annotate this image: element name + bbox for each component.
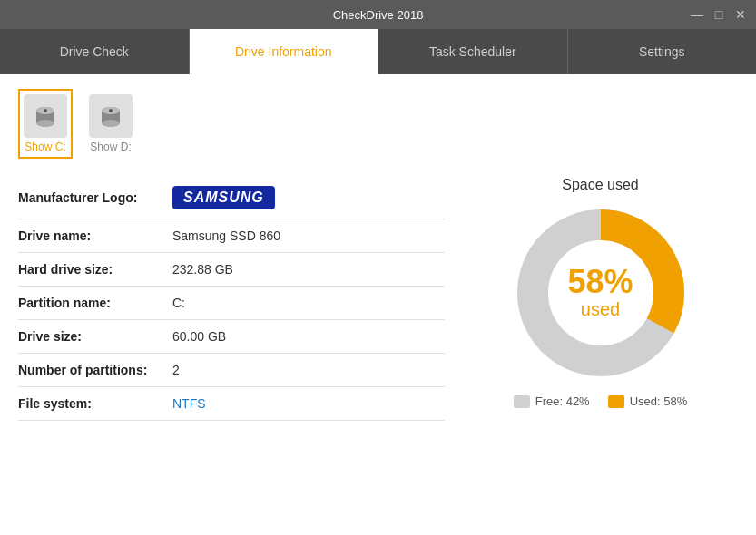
svg-point-4 bbox=[44, 109, 47, 112]
file-system-label: File system: bbox=[18, 396, 172, 411]
donut-center: 58% used bbox=[567, 266, 633, 320]
main-split: Manufacturer Logo: SAMSUNG Drive name: S… bbox=[18, 177, 738, 520]
hard-drive-size-label: Hard drive size: bbox=[18, 262, 172, 277]
partition-name-value: C: bbox=[172, 296, 185, 310]
window-controls: — □ ✕ bbox=[689, 8, 749, 21]
manufacturer-row: Manufacturer Logo: SAMSUNG bbox=[18, 177, 445, 219]
legend-free: Free: 42% bbox=[514, 394, 590, 408]
drive-size-row: Drive size: 60.00 GB bbox=[18, 320, 445, 354]
donut-used-label: used bbox=[567, 298, 633, 320]
close-button[interactable]: ✕ bbox=[732, 8, 749, 21]
svg-point-7 bbox=[102, 120, 120, 127]
drive-name-label: Drive name: bbox=[18, 229, 172, 243]
chart-panel: Space used 58% used bbox=[463, 177, 738, 520]
drive-c-icon bbox=[24, 94, 67, 138]
chart-title: Space used bbox=[562, 177, 639, 193]
legend-used-swatch bbox=[608, 395, 624, 408]
legend-used-label: Used: 58% bbox=[630, 394, 688, 408]
donut-percent: 58% bbox=[567, 266, 633, 298]
drive-d-icon bbox=[89, 94, 133, 138]
drive-selector: Show C: Show D: bbox=[18, 89, 738, 159]
drive-name-value: Samsung SSD 860 bbox=[172, 229, 280, 243]
info-panel: Manufacturer Logo: SAMSUNG Drive name: S… bbox=[18, 177, 463, 520]
drive-size-label: Drive size: bbox=[18, 329, 172, 344]
tab-drive-information[interactable]: Drive Information bbox=[190, 29, 379, 74]
chart-legend: Free: 42% Used: 58% bbox=[514, 394, 688, 408]
svg-point-2 bbox=[36, 120, 54, 127]
file-system-row: File system: NTFS bbox=[18, 387, 445, 421]
legend-free-swatch bbox=[514, 395, 530, 408]
legend-used: Used: 58% bbox=[608, 394, 688, 408]
donut-chart: 58% used bbox=[510, 202, 692, 384]
file-system-value: NTFS bbox=[172, 396, 206, 411]
tab-task-scheduler[interactable]: Task Scheduler bbox=[378, 29, 568, 74]
samsung-logo: SAMSUNG bbox=[172, 186, 275, 209]
hard-drive-size-row: Hard drive size: 232.88 GB bbox=[18, 253, 445, 287]
drive-c-label: Show C: bbox=[25, 141, 65, 153]
tab-bar: Drive Check Drive Information Task Sched… bbox=[0, 29, 756, 74]
drive-size-value: 60.00 GB bbox=[172, 329, 226, 344]
num-partitions-label: Number of partitions: bbox=[18, 363, 172, 377]
minimize-button[interactable]: — bbox=[689, 8, 705, 21]
partition-name-label: Partition name: bbox=[18, 296, 172, 310]
tab-settings[interactable]: Settings bbox=[568, 29, 757, 74]
drive-c-button[interactable]: Show C: bbox=[18, 89, 73, 159]
partition-name-row: Partition name: C: bbox=[18, 287, 445, 320]
title-bar: CheckDrive 2018 — □ ✕ bbox=[0, 0, 756, 29]
tab-drive-check[interactable]: Drive Check bbox=[0, 29, 190, 74]
num-partitions-row: Number of partitions: 2 bbox=[18, 354, 445, 387]
app-title: CheckDrive 2018 bbox=[333, 8, 424, 22]
hard-drive-size-value: 232.88 GB bbox=[172, 262, 233, 277]
svg-point-9 bbox=[109, 109, 113, 112]
content-area: Show C: Show D: Manufacturer Logo: S bbox=[0, 74, 756, 535]
maximize-button[interactable]: □ bbox=[711, 8, 727, 21]
drive-d-button[interactable]: Show D: bbox=[83, 89, 138, 159]
drive-name-row: Drive name: Samsung SSD 860 bbox=[18, 219, 445, 253]
manufacturer-label: Manufacturer Logo: bbox=[18, 190, 172, 205]
legend-free-label: Free: 42% bbox=[535, 394, 590, 408]
drive-d-label: Show D: bbox=[90, 141, 131, 153]
num-partitions-value: 2 bbox=[172, 363, 180, 377]
